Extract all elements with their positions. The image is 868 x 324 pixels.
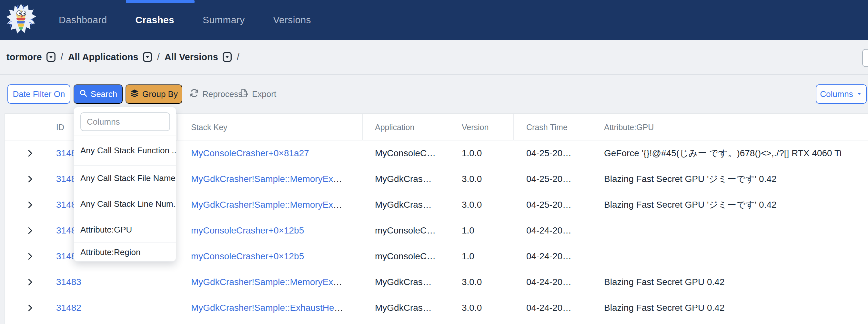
header-divider <box>177 114 178 140</box>
boxed-caret-down-icon[interactable] <box>222 52 232 62</box>
table-row: 31482 MyGdkCrasher!Sample::ExhaustHe… My… <box>5 295 868 321</box>
clipped-right-edge-button[interactable] <box>862 49 868 67</box>
expand-chevron-right-icon[interactable] <box>23 244 37 269</box>
boxed-caret-down-icon[interactable] <box>46 52 56 62</box>
columns-dropdown-panel: Any Call Stack Function ... Any Call Sta… <box>73 107 176 261</box>
breadcrumb-database[interactable]: tormore <box>6 52 56 63</box>
crash-id-link[interactable]: 3148 <box>56 140 76 166</box>
search-button[interactable]: Search <box>73 84 123 104</box>
file-export-icon <box>240 88 248 100</box>
header-divider <box>362 114 363 140</box>
version-cell: 1.0.0 <box>462 140 482 166</box>
header-divider <box>449 114 449 140</box>
version-cell: 1.0 <box>462 218 474 244</box>
breadcrumb: tormore / All Applications / All Version… <box>0 40 868 75</box>
crash-time-cell: 04-25-20… <box>526 166 571 192</box>
version-cell: 3.0.0 <box>462 269 482 295</box>
expand-chevron-right-icon[interactable] <box>23 192 37 218</box>
expand-chevron-right-icon[interactable] <box>23 269 37 295</box>
crash-time-cell: 04-24-20… <box>526 244 571 269</box>
date-filter-label: Date Filter On <box>13 89 65 99</box>
crash-time-cell: 04-24-20… <box>526 218 571 244</box>
expand-chevron-right-icon[interactable] <box>23 295 37 321</box>
version-cell: 3.0.0 <box>462 166 482 192</box>
gpu-attribute-cell: Blazing Fast Secret GPU 0.42 <box>604 269 725 295</box>
stack-key-cell: MyGdkCrasher!Sample::MemoryEx… <box>191 269 342 295</box>
dropdown-option-any-call-stack-line-number[interactable]: Any Call Stack Line Num... <box>74 191 176 217</box>
breadcrumb-separator: / <box>61 52 63 63</box>
gpu-attribute-cell: GeForce '{}!@#45(じみー です。)678()<>,./?[] R… <box>604 140 841 166</box>
truncation-ellipsis: … <box>333 277 342 287</box>
export-button[interactable]: Export <box>240 84 276 104</box>
breadcrumb-database-label: tormore <box>6 52 42 63</box>
breadcrumb-version[interactable]: All Versions <box>164 52 232 63</box>
expand-chevron-right-icon[interactable] <box>23 218 37 244</box>
header-attribute-gpu: Attribute:GPU <box>604 114 654 140</box>
stack-key-link[interactable]: myConsoleCrasher+0×12b5 <box>191 251 304 261</box>
truncation-ellipsis: … <box>334 303 343 313</box>
expand-chevron-right-icon[interactable] <box>23 140 37 166</box>
crash-id-link[interactable]: 3148 <box>56 218 76 244</box>
breadcrumb-application[interactable]: All Applications <box>68 52 152 63</box>
group-by-button[interactable]: Group By <box>126 84 182 104</box>
crash-id-link[interactable]: 3148 <box>56 166 76 192</box>
boxed-caret-down-icon[interactable] <box>143 52 152 62</box>
stack-key-link[interactable]: myConsoleCrasher+0×12b5 <box>191 225 304 236</box>
gpu-attribute-cell: Blazing Fast Secret GPU 'ジミーです' 0.42 <box>604 166 777 192</box>
dropdown-option-attribute-gpu[interactable]: Attribute:GPU <box>74 217 176 243</box>
crash-time-cell: 04-25-20… <box>526 192 571 218</box>
breadcrumb-trailing-separator: / <box>237 52 240 63</box>
date-filter-button[interactable]: Date Filter On <box>7 84 70 104</box>
stack-key-cell: myConsoleCrasher+0×12b5 <box>191 244 304 269</box>
stack-key-cell: MyGdkCrasher!Sample::MemoryEx… <box>191 192 342 218</box>
stack-key-link[interactable]: MyGdkCrasher!Sample::MemoryEx <box>191 277 333 287</box>
stack-key-link[interactable]: MyGdkCrasher!Sample::ExhaustHe <box>191 303 334 313</box>
crash-time-cell: 04-25-20… <box>526 140 571 166</box>
expand-chevron-right-icon[interactable] <box>23 166 37 192</box>
columns-option-list: Any Call Stack Function ... Any Call Sta… <box>74 136 176 261</box>
application-cell: MyGdkCras… <box>375 269 432 295</box>
breadcrumb-application-label: All Applications <box>68 52 138 63</box>
header-divider <box>591 114 591 140</box>
header-application: Application <box>375 114 414 140</box>
header-crash-time: Crash Time <box>526 114 567 140</box>
stack-key-link[interactable]: MyGdkCrasher!Sample::MemoryEx <box>191 200 333 210</box>
stack-key-cell: MyConsoleCrasher+0×81a27 <box>191 140 309 166</box>
gpu-attribute-cell: Blazing Fast Secret GPU 0.42 <box>604 295 725 321</box>
application-cell: myConsoleC… <box>375 218 436 244</box>
caret-down-icon <box>856 89 863 99</box>
nav-tab-versions[interactable]: Versions <box>273 14 311 26</box>
nav-tabs: Dashboard Crashes Summary Versions <box>59 0 311 40</box>
dropdown-option-any-call-stack-function[interactable]: Any Call Stack Function ... <box>74 136 176 165</box>
version-cell: 3.0.0 <box>462 295 482 321</box>
columns-label: Columns <box>820 89 853 99</box>
nav-tab-dashboard[interactable]: Dashboard <box>59 14 107 26</box>
nav-tab-summary[interactable]: Summary <box>203 14 245 26</box>
truncation-ellipsis: … <box>333 174 342 184</box>
reprocess-button[interactable]: Reprocess <box>190 84 242 104</box>
crash-id-link[interactable]: 31482 <box>56 295 81 321</box>
dropdown-option-any-call-stack-file-name[interactable]: Any Call Stack File Name <box>74 165 176 191</box>
nav-tab-crashes[interactable]: Crashes <box>135 14 174 26</box>
application-cell: MyGdkCras… <box>375 192 432 218</box>
crash-id-link[interactable]: 3148 <box>56 244 76 269</box>
crash-time-cell: 04-24-20… <box>526 295 571 321</box>
crash-id-link[interactable]: 31483 <box>56 269 81 295</box>
header-id: ID <box>56 114 64 140</box>
gpu-attribute-cell: Blazing Fast Secret GPU 'ジミーです' 0.42 <box>604 192 777 218</box>
columns-filter-input[interactable] <box>80 112 170 131</box>
application-cell: myConsoleC… <box>375 244 436 269</box>
application-cell: MyConsoleC… <box>375 140 436 166</box>
dropdown-option-attribute-region[interactable]: Attribute:Region <box>74 243 176 261</box>
columns-button[interactable]: Columns <box>816 84 867 104</box>
version-cell: 1.0 <box>462 244 474 269</box>
bugsplat-logo-icon[interactable] <box>4 3 37 37</box>
crash-time-cell: 04-24-20… <box>526 269 571 295</box>
crash-id-link[interactable]: 3148 <box>56 192 76 218</box>
header-version: Version <box>462 114 489 140</box>
stack-key-link[interactable]: MyConsoleCrasher+0×81a27 <box>191 148 309 158</box>
refresh-icon <box>190 88 199 100</box>
application-cell: MyGdkCras… <box>375 166 432 192</box>
stack-key-link[interactable]: MyGdkCrasher!Sample::MemoryEx <box>191 174 333 184</box>
stack-key-cell: MyGdkCrasher!Sample::ExhaustHe… <box>191 295 343 321</box>
